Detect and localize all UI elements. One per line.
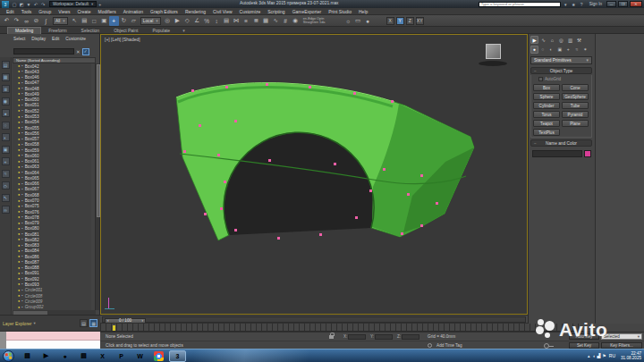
taskbar-app[interactable]: X	[94, 350, 111, 362]
primitive-button[interactable]: Tube	[562, 102, 589, 109]
visibility-bulb-icon[interactable]: ●	[18, 244, 20, 248]
mirror-icon[interactable]: ⋈	[232, 16, 242, 26]
scrollbar-thumb[interactable]	[97, 64, 100, 217]
open-file-icon[interactable]: ◩	[18, 1, 25, 8]
listener-macro-pane[interactable]	[6, 332, 100, 341]
spinner-snap-icon[interactable]: ↕	[212, 16, 222, 26]
redo-quick-icon[interactable]: ↷	[39, 1, 47, 8]
unlink-selection-icon[interactable]: ⊘	[31, 16, 41, 26]
primitive-button[interactable]: Box	[533, 84, 560, 91]
primitive-category-dropdown[interactable]: Standard Primitives ▾	[530, 56, 592, 64]
maxscript-mini-listener[interactable]	[0, 331, 100, 349]
cat-geometry-icon[interactable]: ●	[530, 46, 538, 54]
menu-item[interactable]: Scripting	[264, 9, 288, 14]
visibility-bulb-icon[interactable]: ●	[18, 81, 20, 85]
select-and-move-icon[interactable]: +	[109, 16, 119, 26]
tab-display-icon[interactable]: ▥	[566, 36, 574, 44]
bind-to-space-warp-icon[interactable]: ∫	[41, 16, 51, 26]
visibility-bulb-icon[interactable]: ●	[18, 294, 20, 298]
select-and-rotate-icon[interactable]: ↻	[119, 16, 129, 26]
scene-explorer-menu-item[interactable]: Edit	[52, 37, 59, 41]
viewcube[interactable]	[486, 44, 501, 59]
redo-icon[interactable]: ↷	[12, 16, 21, 26]
se-display-objects-icon[interactable]: ▦	[2, 73, 10, 81]
tab-hierarchy-icon[interactable]: ⌂	[548, 36, 556, 44]
primitive-button[interactable]: Cone	[562, 84, 589, 91]
menu-item[interactable]: Animation	[120, 9, 147, 14]
menu-item[interactable]: Customize	[236, 9, 265, 14]
percent-snap-icon[interactable]: %	[202, 16, 212, 26]
se-display-layers-icon[interactable]: ≣	[2, 85, 10, 93]
se-filter-geometry-icon[interactable]: ●	[2, 109, 10, 117]
visibility-bulb-icon[interactable]: ●	[18, 176, 20, 180]
taskbar-app[interactable]: W	[131, 350, 148, 362]
menu-item[interactable]: Tools	[18, 9, 36, 14]
language-indicator[interactable]: RU	[609, 353, 615, 358]
visibility-bulb-icon[interactable]: ●	[18, 193, 20, 197]
visibility-bulb-icon[interactable]: ●	[18, 282, 20, 286]
visibility-bulb-icon[interactable]: ●	[18, 143, 20, 147]
menu-item[interactable]: Civil View	[209, 9, 236, 14]
ribbon-minimize-icon[interactable]: ▾	[182, 28, 185, 33]
menu-item[interactable]: Create	[73, 9, 94, 14]
menu-item[interactable]: Views	[55, 9, 73, 14]
se-pick-parent-icon[interactable]: ↖	[2, 194, 10, 202]
taskbar-app[interactable]: ●	[56, 350, 73, 362]
visibility-bulb-icon[interactable]: ●	[18, 182, 20, 186]
tray-volume-icon[interactable]: ◖	[592, 353, 595, 358]
explorer-pin-icon[interactable]: ▦	[89, 319, 97, 327]
layer-manager-icon[interactable]: ≣	[251, 16, 261, 26]
se-filter-spacewarps-icon[interactable]: ≈	[2, 170, 10, 178]
frame-zero-marker[interactable]	[113, 325, 115, 331]
visibility-bulb-icon[interactable]: ●	[18, 104, 20, 107]
primitive-button[interactable]: TextPlus	[533, 129, 560, 136]
visibility-bulb-icon[interactable]: ●	[18, 299, 20, 303]
use-pivot-center-icon[interactable]: ◎	[163, 16, 173, 26]
visibility-bulb-icon[interactable]: ●	[18, 188, 20, 191]
tray-network-icon[interactable]: ▟	[597, 353, 600, 358]
cat-spacewarps-icon[interactable]: ≈	[573, 46, 581, 54]
infocenter-search-input[interactable]	[479, 2, 561, 7]
visibility-bulb-icon[interactable]: ●	[18, 92, 20, 96]
cat-cameras-icon[interactable]: ▣	[556, 46, 564, 54]
menu-item[interactable]: Print Studio	[325, 9, 355, 14]
search-options-icon[interactable]: ✓	[82, 48, 89, 55]
favorites-star-icon[interactable]: ★	[571, 2, 577, 7]
ribbon-tab[interactable]: Freeform	[41, 27, 73, 34]
key-filters-button[interactable]: Key Filters...	[601, 342, 642, 349]
visibility-bulb-icon[interactable]: ●	[18, 210, 20, 214]
taskbar-app[interactable]: P	[113, 350, 130, 362]
select-and-link-icon[interactable]: ∞	[21, 16, 31, 26]
ribbon-toggle-icon[interactable]: ▦	[261, 16, 271, 26]
se-display-materials-icon[interactable]: ◉	[2, 97, 10, 105]
align-icon[interactable]: ≡	[242, 16, 251, 26]
menu-item[interactable]: Group	[35, 9, 55, 14]
menu-item[interactable]: Graph Editors	[147, 9, 182, 14]
coord-y-field[interactable]	[375, 334, 393, 340]
add-workspace-button[interactable]: +	[98, 2, 101, 7]
rendered-frame-window-icon[interactable]: ▭	[353, 16, 363, 26]
new-scene-icon[interactable]: ▢	[11, 1, 18, 8]
object-name-input[interactable]	[532, 150, 582, 157]
lock-selection-icon[interactable]	[329, 335, 334, 339]
window-crossing-icon[interactable]: ▣	[99, 16, 109, 26]
scrollbar-thumb[interactable]	[13, 311, 47, 315]
select-and-manipulate-icon[interactable]: ▶	[173, 16, 182, 26]
visibility-bulb-icon[interactable]: ●	[18, 115, 20, 119]
list-item[interactable]: ● ▪ Group002	[13, 304, 91, 309]
se-lock-selection-icon[interactable]: ◇	[2, 181, 10, 189]
angle-snap-icon[interactable]: ∠	[192, 16, 202, 26]
ribbon-tab[interactable]: Populate	[145, 27, 177, 34]
select-and-scale-icon[interactable]: ▱	[129, 16, 139, 26]
visibility-bulb-icon[interactable]: ●	[18, 306, 20, 309]
taskbar-app[interactable]: ▶	[38, 350, 55, 362]
custom-script-button[interactable]: en-Edge Optn Straighten 1da	[303, 17, 341, 25]
undo-icon[interactable]: ↶	[2, 16, 12, 26]
scene-explorer-menu-item[interactable]: Display	[31, 37, 46, 41]
axis-constraint-button[interactable]: Y	[396, 17, 404, 25]
visibility-bulb-icon[interactable]: ●	[18, 255, 20, 258]
ribbon-tab[interactable]: Selection	[74, 27, 107, 34]
primitive-button[interactable]: Cylinder	[533, 102, 560, 109]
se-filter-lights-icon[interactable]: ◐	[2, 133, 10, 141]
named-selection-sets-icon[interactable]: ▤	[222, 16, 232, 26]
